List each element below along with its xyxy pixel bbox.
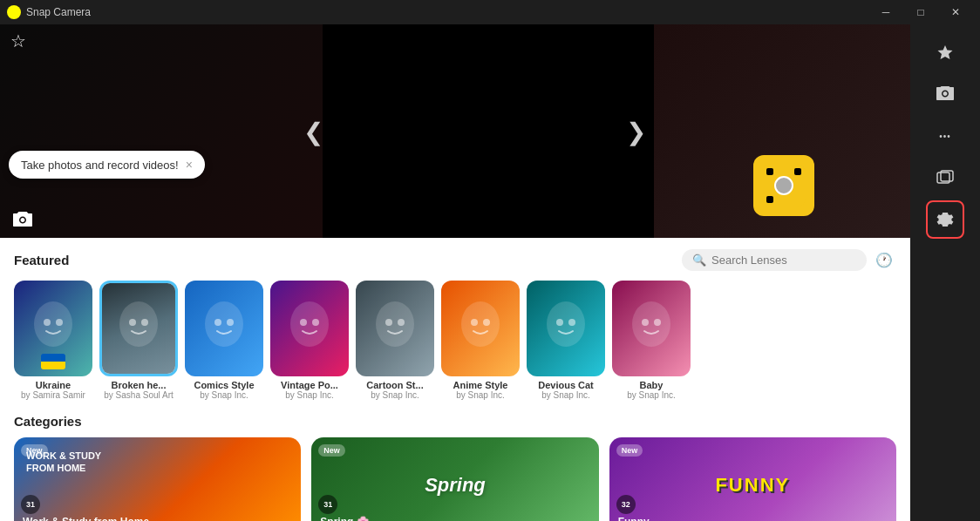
lens-bg-cartoon xyxy=(356,281,434,376)
lens-face-broken xyxy=(112,298,165,359)
lens-face-baby xyxy=(625,298,677,359)
capture-button[interactable] xyxy=(13,212,32,232)
settings-button[interactable] xyxy=(926,200,964,239)
svg-point-0 xyxy=(10,8,18,17)
categories-title: Categories xyxy=(14,414,896,429)
lens-author-broken: by Sasha Soul Art xyxy=(104,390,174,400)
lens-face-cartoon xyxy=(369,298,421,359)
star-button[interactable]: ☆ xyxy=(10,30,26,51)
svg-point-25 xyxy=(471,319,478,326)
svg-point-20 xyxy=(312,319,319,326)
featured-title: Featured xyxy=(14,253,69,267)
lens-item-baby[interactable]: Babyby Snap Inc. xyxy=(612,281,691,400)
svg-point-21 xyxy=(376,301,414,347)
svg-point-10 xyxy=(44,319,51,326)
category-card-funny[interactable]: New FUNNY 32 Funny xyxy=(609,437,896,521)
category-bg-funny: New FUNNY 32 Funny xyxy=(609,437,896,521)
lens-thumb-devious xyxy=(527,281,605,376)
snap-logo-icon xyxy=(7,5,21,19)
lens-item-devious[interactable]: Devious Catby Snap Inc. xyxy=(527,281,605,400)
svg-point-19 xyxy=(300,319,307,326)
search-input[interactable] xyxy=(711,254,851,267)
spring-text: Spring xyxy=(425,474,486,497)
lens-label-anime: Anime Style xyxy=(453,380,508,390)
lens-item-anime[interactable]: Anime Styleby Snap Inc. xyxy=(441,281,520,400)
prev-lens-button[interactable]: ❮ xyxy=(296,110,330,152)
camera-roll-button[interactable] xyxy=(926,159,964,197)
lens-label-cartoon: Cartoon St... xyxy=(366,380,423,390)
featured-header: Featured 🔍 🕐 xyxy=(14,248,896,272)
more-options-button[interactable]: ••• xyxy=(926,117,964,155)
svg-point-23 xyxy=(398,319,405,326)
screenshot-button[interactable] xyxy=(926,75,964,113)
lens-label-baby: Baby xyxy=(640,380,664,390)
lens-label-ukraine: Ukraine xyxy=(36,380,71,390)
work-study-text: WORK & STUDYFROM HOME xyxy=(26,450,101,475)
camera-area: ❮ ❯ Take photos and record videos! × xyxy=(0,24,910,238)
tooltip-text: Take photos and record videos! xyxy=(21,159,179,172)
tooltip-close-button[interactable]: × xyxy=(186,158,193,172)
category-bg-spring: New Spring 31 Spring 🌸 xyxy=(311,437,598,521)
category-card-work-study[interactable]: New WORK & STUDYFROM HOME 31 Work & Stud… xyxy=(14,437,301,521)
lens-face-anime xyxy=(454,298,507,359)
lens-face-comics xyxy=(198,298,250,359)
lens-face-ukraine xyxy=(27,298,79,359)
new-badge-funny: New xyxy=(616,444,643,457)
camera-preview xyxy=(323,24,654,238)
close-button[interactable]: ✕ xyxy=(938,0,973,24)
lens-thumb-anime xyxy=(441,281,520,376)
category-bg-work-study: New WORK & STUDYFROM HOME 31 Work & Stud… xyxy=(14,437,301,521)
minimize-button[interactable]: ─ xyxy=(868,0,903,24)
svg-point-13 xyxy=(129,319,136,326)
lens-thumb-baby xyxy=(612,281,691,376)
svg-rect-4 xyxy=(766,196,773,203)
category-grid: New WORK & STUDYFROM HOME 31 Work & Stud… xyxy=(14,437,896,521)
lens-author-baby: by Snap Inc. xyxy=(627,390,676,400)
svg-rect-3 xyxy=(794,168,801,175)
lens-thumb-broken xyxy=(99,281,178,376)
bottom-panel: Featured 🔍 🕐 Ukraineby Samira Samir Brok… xyxy=(0,238,910,521)
lens-label-comics: Comics Style xyxy=(194,380,254,390)
search-input-wrap: 🔍 xyxy=(682,249,867,271)
favorites-button[interactable] xyxy=(926,33,964,71)
svg-point-11 xyxy=(56,319,63,326)
spring-title: Spring 🌸 xyxy=(320,516,369,521)
lens-item-cartoon[interactable]: Cartoon St...by Snap Inc. xyxy=(356,281,434,400)
restore-button[interactable]: □ xyxy=(903,0,938,24)
next-lens-button[interactable]: ❯ xyxy=(619,110,653,152)
title-bar: Snap Camera ─ □ ✕ xyxy=(0,0,980,24)
funny-count-badge: 32 xyxy=(616,495,636,514)
new-badge-spring: New xyxy=(318,444,345,457)
lens-thumb-cartoon xyxy=(356,281,434,376)
svg-point-30 xyxy=(632,301,670,347)
search-icon: 🔍 xyxy=(692,254,706,267)
right-sidebar: ••• xyxy=(910,24,980,521)
svg-marker-6 xyxy=(938,45,953,59)
svg-point-31 xyxy=(642,319,649,326)
snap-code-overlay xyxy=(753,155,823,225)
lens-label-devious: Devious Cat xyxy=(538,380,594,390)
category-card-spring[interactable]: New Spring 31 Spring 🌸 xyxy=(311,437,598,521)
search-history-button[interactable]: 🕐 xyxy=(872,248,896,272)
work-count-badge: 31 xyxy=(21,495,40,514)
title-bar-left: Snap Camera xyxy=(7,5,91,19)
lens-grid: Ukraineby Samira Samir Broken he...by Sa… xyxy=(14,281,896,400)
lens-thumb-vintage xyxy=(270,281,349,376)
lens-author-comics: by Snap Inc. xyxy=(200,390,248,400)
svg-point-22 xyxy=(385,319,392,326)
lens-author-vintage: by Snap Inc. xyxy=(285,390,334,400)
ukraine-flag-icon xyxy=(41,354,65,369)
lens-item-comics[interactable]: Comics Styleby Snap Inc. xyxy=(185,281,263,400)
lens-bg-baby xyxy=(612,281,691,376)
lens-item-broken[interactable]: Broken he...by Sasha Soul Art xyxy=(99,281,178,400)
svg-point-14 xyxy=(141,319,148,326)
svg-point-29 xyxy=(568,319,575,326)
lens-bg-vintage xyxy=(270,281,349,376)
lens-item-ukraine[interactable]: Ukraineby Samira Samir xyxy=(14,281,92,400)
search-bar: 🔍 🕐 xyxy=(682,248,896,272)
lens-item-vintage[interactable]: Vintage Po...by Snap Inc. xyxy=(270,281,349,400)
lens-author-devious: by Snap Inc. xyxy=(541,390,590,400)
lens-label-broken: Broken he... xyxy=(112,380,167,390)
snap-ghost-icon xyxy=(762,164,806,207)
lens-bg-anime xyxy=(441,281,520,376)
